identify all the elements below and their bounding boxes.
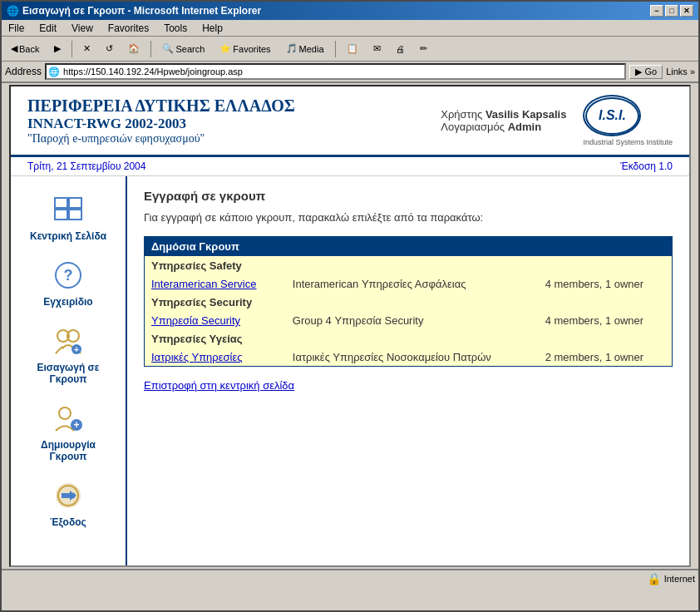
sidebar-label-joingroup: Εισαγωγή σε Γκρουπ [22, 362, 114, 385]
page-title-block: ΠΕΡΙΦΕΡΕΙΑ ΔΥΤΙΚΗΣ ΕΛΛΑΔΟΣ INNACT-RWG 20… [27, 96, 295, 146]
group-members-medical: 2 members, 1 owner [545, 351, 644, 363]
browser-window: 🌐 Εισαγωγή σε Γκρουπ - Microsoft Interne… [0, 0, 700, 612]
sidebar-item-exit[interactable]: Έξοδος [18, 471, 118, 532]
groups-table: Δημόσια Γκρουπ Υπηρεσίες Safety Interame… [144, 236, 673, 367]
group-link-interamerican[interactable]: Interamerican Service [151, 278, 256, 290]
home-icon: 🏠 [128, 43, 140, 54]
account-label: Λογαριασμός [441, 121, 505, 133]
sidebar-item-creategroup[interactable]: + Δημιουργία Γκρουπ [18, 393, 118, 466]
menu-view[interactable]: View [68, 22, 96, 34]
menu-edit[interactable]: Edit [36, 22, 60, 34]
back-link[interactable]: Επιστροφή στη κεντρική σελίδα [144, 379, 673, 392]
status-bar: 🔒 Internet [2, 569, 698, 587]
sidebar-label-exit: Έξοδος [50, 516, 86, 528]
date-bar: Τρίτη, 21 Σεπτεμβίου 2004 Έκδοση 1.0 [11, 157, 689, 176]
svg-text:+: + [74, 345, 79, 354]
svg-rect-2 [55, 210, 67, 220]
favorites-icon: ⭐ [219, 43, 231, 54]
logo-subtext: Industrial Systems Institute [583, 138, 673, 146]
print-icon: 🖨 [396, 44, 405, 54]
media-icon: 🎵 [286, 43, 298, 54]
forward-icon: ▶ [54, 43, 61, 54]
table-row: Ιατρικές Υπηρεσίες Ιατρικές Υπηρεσίες Νο… [145, 348, 673, 367]
window-title: Εισαγωγή σε Γκρουπ - Microsoft Internet … [22, 5, 261, 17]
svg-text:?: ? [64, 267, 73, 284]
toolbar-separator-2 [150, 41, 151, 57]
page-content-title: Εγγραφή σε γκρουπ [144, 189, 673, 203]
sidebar: Κεντρική Σελίδα ? Εγχειρίδιο [11, 176, 127, 567]
page-content-desc: Για εγγραφή σε κάποιο γκρουπ, παρακαλώ ε… [144, 211, 673, 224]
address-input[interactable] [63, 67, 623, 76]
page-header: ΠΕΡΙΦΕΡΕΙΑ ΔΥΤΙΚΗΣ ΕΛΛΑΔΟΣ INNACT-RWG 20… [11, 86, 689, 157]
category-security: Υπηρεσίες Security [145, 293, 673, 312]
maximize-button[interactable]: □ [665, 5, 678, 17]
content-area: Εγγραφή σε γκρουπ Για εγγραφή σε κάποιο … [127, 176, 689, 567]
page-title-sub: INNACT-RWG 2002-2003 [27, 116, 295, 132]
menu-tools[interactable]: Tools [160, 22, 190, 34]
isi-logo: I.S.I. [583, 95, 641, 136]
main-layout: Κεντρική Σελίδα ? Εγχειρίδιο [11, 176, 689, 567]
page-title-main: ΠΕΡΙΦΕΡΕΙΑ ΔΥΤΙΚΗΣ ΕΛΛΑΔΟΣ [27, 96, 295, 116]
forward-button[interactable]: ▶ [48, 41, 67, 57]
logo-text: I.S.I. [599, 108, 626, 123]
group-link-security[interactable]: Υπηρεσία Security [151, 314, 240, 327]
sidebar-item-home[interactable]: Κεντρική Σελίδα [18, 185, 118, 246]
svg-rect-3 [69, 210, 81, 220]
stop-button[interactable]: ✕ [77, 41, 96, 57]
joingroup-sidebar-icon: + [47, 320, 89, 362]
menu-favorites[interactable]: Favorites [105, 22, 152, 34]
refresh-icon: ↺ [106, 43, 113, 54]
refresh-button[interactable]: ↺ [100, 41, 119, 57]
links-label: Links » [666, 67, 695, 76]
menu-bar: File Edit View Favorites Tools Help [2, 20, 698, 37]
page-icon: 🌐 [48, 67, 60, 77]
svg-point-10 [59, 407, 71, 419]
zone-text: Internet [664, 574, 695, 584]
status-zone: 🔒 Internet [647, 572, 695, 585]
browser-content: ΠΕΡΙΦΕΡΕΙΑ ΔΥΤΙΚΗΣ ΕΛΛΑΔΟΣ INNACT-RWG 20… [9, 85, 691, 567]
address-label: Address [5, 66, 42, 77]
history-button[interactable]: 📋 [341, 41, 364, 57]
go-arrow-icon: ▶ [635, 67, 642, 76]
user-name: Vasilis Kapsalis [486, 108, 567, 121]
back-button[interactable]: ◀ Back [5, 41, 45, 57]
browser-wrapper: ΠΕΡΙΦΕΡΕΙΑ ΔΥΤΙΚΗΣ ΕΛΛΑΔΟΣ INNACT-RWG 20… [2, 83, 698, 569]
toolbar-separator-1 [71, 41, 72, 57]
mail-icon: ✉ [373, 43, 381, 54]
menu-help[interactable]: Help [199, 22, 226, 34]
sidebar-label-creategroup: Δημιουργία Γκρουπ [22, 439, 114, 462]
print-button[interactable]: 🖨 [390, 42, 411, 57]
category-safety: Υπηρεσίες Safety [145, 256, 673, 275]
back-icon: ◀ [11, 43, 17, 54]
svg-rect-16 [62, 493, 75, 498]
media-button[interactable]: 🎵 Media [280, 41, 330, 57]
address-bar: Address 🌐 ▶ Go Links » [2, 62, 698, 83]
mail-button[interactable]: ✉ [367, 41, 387, 57]
window-controls: − □ ✕ [650, 5, 693, 17]
search-button[interactable]: 🔍 Search [156, 41, 210, 57]
search-icon: 🔍 [162, 43, 174, 54]
edit-icon: ✏ [420, 43, 427, 54]
home-button[interactable]: 🏠 [122, 41, 145, 57]
menu-file[interactable]: File [5, 22, 27, 34]
group-link-medical[interactable]: Ιατρικές Υπηρεσίες [151, 351, 243, 363]
sidebar-item-manual[interactable]: ? Εγχειρίδιο [18, 250, 118, 312]
close-button[interactable]: ✕ [680, 5, 693, 17]
table-row: Interamerican Service Interamerican Υπηρ… [145, 275, 673, 293]
lock-icon: 🔒 [647, 572, 661, 585]
user-label: Χρήστης [441, 108, 482, 121]
date-text: Τρίτη, 21 Σεπτεμβίου 2004 [27, 160, 145, 172]
favorites-button[interactable]: ⭐ Favorites [214, 41, 276, 57]
group-desc-medical: Ιατρικές Υπηρεσίες Νοσοκαμείου Πατρών [293, 351, 491, 363]
page-title-desc: "Παροχή e-υπηρεσιών εφησυχασμού" [27, 132, 295, 146]
edit-button[interactable]: ✏ [414, 41, 433, 57]
group-desc-interamerican: Interamerican Υπηρεσίες Ασφάλειας [293, 278, 466, 290]
exit-sidebar-icon [47, 475, 89, 516]
go-button[interactable]: ▶ Go [629, 65, 663, 79]
manual-sidebar-icon: ? [47, 254, 89, 296]
minimize-button[interactable]: − [650, 5, 663, 17]
group-members-interamerican: 4 members, 1 owner [545, 278, 644, 290]
toolbar: ◀ Back ▶ ✕ ↺ 🏠 🔍 Search ⭐ Favorites 🎵 Me… [2, 37, 698, 62]
home-sidebar-icon [47, 189, 89, 230]
sidebar-item-joingroup[interactable]: + Εισαγωγή σε Γκρουπ [18, 316, 118, 389]
